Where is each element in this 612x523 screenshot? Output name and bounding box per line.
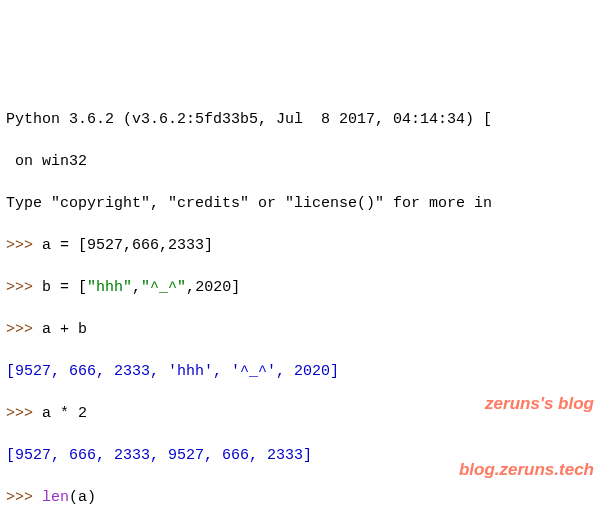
header-line-1: Python 3.6.2 (v3.6.2:5fd33b5, Jul 8 2017… — [6, 109, 606, 130]
watermark-line-2: blog.zeruns.tech — [459, 459, 594, 481]
header-line-3: Type "copyright", "credits" or "license(… — [6, 193, 606, 214]
input-a-plus-b: >>> a + b — [6, 319, 606, 340]
header-line-2: on win32 — [6, 151, 606, 172]
watermark-line-1: zeruns's blog — [459, 393, 594, 415]
input-assign-b: >>> b = ["hhh","^_^",2020] — [6, 277, 606, 298]
watermark: zeruns's blog blog.zeruns.tech — [459, 348, 594, 503]
input-assign-a: >>> a = [9527,666,2333] — [6, 235, 606, 256]
